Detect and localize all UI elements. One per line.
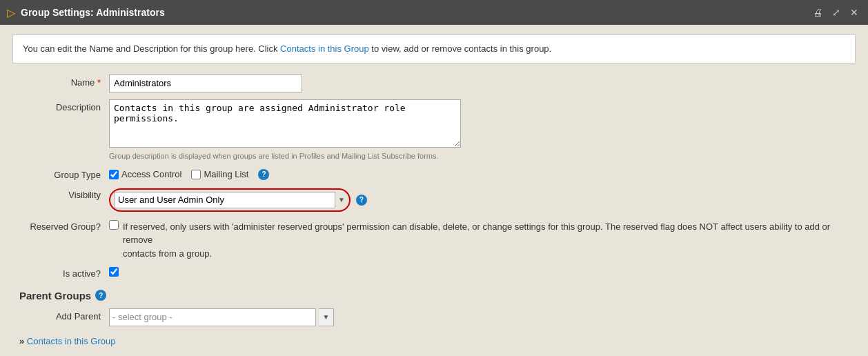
info-text-before: You can edit the Name and Description fo…: [23, 43, 280, 54]
description-hint: Group description is displayed when grou…: [109, 152, 856, 160]
is-active-checkbox[interactable]: [109, 267, 119, 277]
add-parent-row: Add Parent - select group - ▼: [19, 308, 856, 326]
checkbox-group: Access Control Mailing List ?: [109, 167, 856, 180]
parent-groups-section-title: Parent Groups ?: [19, 290, 856, 301]
select-group-select[interactable]: - select group -: [109, 308, 316, 326]
name-row: Name *: [19, 75, 856, 92]
select-group-arrow-button[interactable]: ▼: [319, 308, 334, 326]
description-label: Description: [19, 99, 109, 112]
visibility-select-container: User and User Admin Only Everyone Admini…: [109, 188, 351, 212]
mailing-list-checkbox[interactable]: [191, 170, 201, 179]
mailing-list-checkbox-item[interactable]: Mailing List: [191, 169, 248, 179]
contacts-in-group-link[interactable]: Contacts in this Group: [27, 336, 116, 346]
group-type-help-icon[interactable]: ?: [258, 169, 269, 180]
description-row: Description Contacts in this group are a…: [19, 99, 856, 160]
access-control-label: Access Control: [121, 169, 181, 179]
reserved-group-label: Reserved Group?: [19, 219, 109, 232]
is-active-label: Is active?: [19, 266, 109, 279]
active-controls: [109, 266, 856, 277]
reserved-controls: If reserved, only users with 'administer…: [109, 219, 856, 259]
info-box: You can edit the Name and Description fo…: [12, 34, 856, 63]
print-button[interactable]: 🖨: [810, 6, 825, 19]
form-section: Name * Description Contacts in this grou…: [19, 75, 856, 346]
name-required: *: [97, 77, 101, 88]
visibility-arrow-icon: ▼: [338, 196, 345, 204]
reserved-group-row: Reserved Group? If reserved, only users …: [19, 219, 856, 259]
mailing-list-label: Mailing List: [204, 169, 248, 179]
add-parent-controls: - select group - ▼: [109, 308, 856, 326]
visibility-wrap: User and User Admin Only Everyone Admini…: [109, 187, 856, 212]
description-textarea[interactable]: Contacts in this group are assigned Admi…: [109, 99, 461, 148]
visibility-label: Visibility: [19, 187, 109, 200]
maximize-button[interactable]: ⤢: [829, 6, 843, 19]
access-control-checkbox-item[interactable]: Access Control: [109, 169, 181, 179]
parent-groups-title: Parent Groups: [19, 290, 91, 301]
app-icon: ▷: [7, 6, 15, 19]
add-parent-wrap: - select group - ▼: [109, 308, 856, 326]
visibility-select[interactable]: User and User Admin Only Everyone Admini…: [115, 192, 335, 208]
is-active-row: Is active?: [19, 266, 856, 279]
group-type-wrap: Access Control Mailing List ?: [109, 167, 856, 180]
contacts-in-group-link-info[interactable]: Contacts in this Group: [280, 43, 369, 54]
contacts-link-section: » Contacts in this Group: [19, 336, 856, 346]
info-text-after: to view, add or remove contacts in this …: [369, 43, 551, 54]
title-bar-left: ▷ Group Settings: Administrators: [7, 6, 165, 19]
reserved-group-wrap: If reserved, only users with 'administer…: [109, 219, 856, 259]
name-label: Name *: [19, 75, 109, 88]
title-bar: ▷ Group Settings: Administrators 🖨 ⤢ ✕: [0, 0, 868, 25]
description-field-wrap: Contacts in this group are assigned Admi…: [109, 99, 856, 160]
visibility-controls: User and User Admin Only Everyone Admini…: [109, 187, 856, 212]
name-field-wrap: [109, 75, 856, 92]
close-button[interactable]: ✕: [847, 6, 861, 19]
page-title: Group Settings: Administrators: [21, 7, 165, 18]
access-control-checkbox[interactable]: [109, 170, 119, 179]
group-type-row: Group Type Access Control Mailing List ?: [19, 167, 856, 180]
name-input[interactable]: [109, 75, 302, 92]
parent-groups-help-icon[interactable]: ?: [95, 290, 106, 301]
reserved-text: If reserved, only users with 'administer…: [123, 221, 830, 246]
add-parent-label: Add Parent: [19, 308, 109, 322]
reserved-checkbox[interactable]: [109, 220, 119, 230]
is-active-wrap: [109, 266, 856, 277]
contacts-link-prefix: »: [19, 336, 27, 346]
reserved-text-wrap: If reserved, only users with 'administer…: [123, 220, 856, 259]
main-content: You can edit the Name and Description fo…: [0, 25, 868, 356]
visibility-row: Visibility User and User Admin Only Ever…: [19, 187, 856, 212]
title-bar-actions: 🖨 ⤢ ✕: [810, 6, 861, 19]
reserved-sub: contacts from a group.: [123, 248, 856, 259]
group-type-label: Group Type: [19, 167, 109, 180]
visibility-help-icon[interactable]: ?: [356, 195, 367, 206]
